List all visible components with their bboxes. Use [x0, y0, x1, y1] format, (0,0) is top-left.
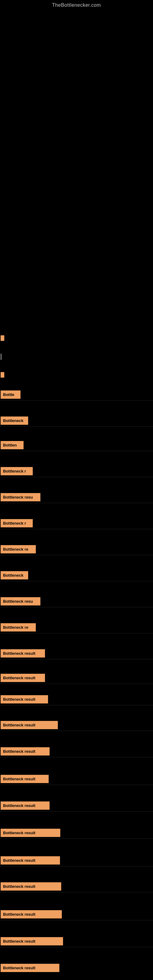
bottleneck-badge: Bottleneck result: [1, 937, 63, 945]
divider: [0, 400, 153, 401]
list-item: Bottleneck result: [1, 856, 60, 866]
bottleneck-badge: Bottlen: [1, 441, 24, 449]
bottleneck-badge: Bottleneck resu: [1, 597, 40, 605]
divider: [0, 684, 153, 684]
bottleneck-badge: Bottleneck result: [1, 649, 45, 657]
line-marker: [1, 354, 2, 360]
bottleneck-badge: Bottleneck result: [1, 964, 59, 972]
section-marker: [1, 335, 4, 341]
divider: [0, 757, 153, 757]
bottleneck-badge: Bottleneck result: [1, 829, 60, 837]
list-item: Bottleneck result: [1, 695, 48, 705]
list-item: Bottle: [1, 390, 21, 400]
list-item: Bottleneck result: [1, 747, 49, 757]
divider: [0, 477, 153, 477]
bottleneck-badge: Bottleneck: [1, 417, 28, 425]
bottleneck-badge: Bottleneck result: [1, 882, 61, 891]
list-item: Bottleneck result: [1, 910, 62, 920]
list-item: Bottleneck result: [1, 674, 45, 683]
bottleneck-badge: Bottle: [1, 390, 21, 399]
divider: [0, 811, 153, 811]
divider: [0, 581, 153, 581]
list-item: Bottleneck r: [1, 467, 33, 477]
divider: [0, 503, 153, 503]
list-item: Bottleneck: [1, 417, 28, 426]
list-item: Bottleneck r: [1, 519, 33, 528]
list-item: Bottleneck result: [1, 829, 60, 838]
bottleneck-badge: Bottleneck result: [1, 802, 49, 810]
bottleneck-badge: Bottleneck result: [1, 747, 49, 756]
divider: [0, 838, 153, 839]
divider: [0, 784, 153, 785]
section-marker: [1, 372, 4, 378]
list-item: Bottleneck result: [1, 964, 59, 973]
divider: [0, 529, 153, 529]
list-item: Bottleneck resu: [1, 493, 40, 503]
list-item: Bottleneck re: [1, 623, 36, 633]
divider: [0, 947, 153, 947]
bottleneck-badge: Bottleneck: [1, 571, 28, 579]
bottleneck-badge: Bottleneck resu: [1, 493, 40, 501]
divider: [0, 705, 153, 705]
bottleneck-badge: Bottleneck r: [1, 519, 33, 527]
bottleneck-badge: Bottleneck r: [1, 467, 33, 475]
list-item: Bottleneck: [1, 571, 28, 581]
list-item: Bottleneck re: [1, 545, 36, 555]
bottleneck-badge: Bottleneck result: [1, 856, 60, 865]
list-item: Bottleneck result: [1, 802, 49, 811]
divider: [0, 892, 153, 892]
bottleneck-badge: Bottleneck result: [1, 674, 45, 682]
list-item: Bottleneck result: [1, 649, 45, 659]
divider: [0, 451, 153, 451]
list-item: Bottlen: [1, 441, 24, 450]
bottleneck-badge: Bottleneck result: [1, 695, 48, 703]
bottleneck-badge: Bottleneck re: [1, 623, 36, 632]
list-item: Bottleneck result: [1, 882, 61, 892]
bottleneck-badge: Bottleneck re: [1, 545, 36, 554]
list-item: Bottleneck result: [1, 721, 58, 730]
list-item: Bottleneck result: [1, 775, 49, 784]
divider: [0, 659, 153, 659]
bottleneck-badge: Bottleneck result: [1, 910, 62, 918]
list-item: Bottleneck result: [1, 937, 63, 947]
bottleneck-badge: Bottleneck result: [1, 721, 58, 729]
divider: [0, 633, 153, 633]
site-title: TheBottlenecker.com: [0, 0, 153, 8]
divider: [0, 731, 153, 731]
divider: [0, 920, 153, 920]
bottleneck-badge: Bottleneck result: [1, 775, 49, 783]
list-item: Bottleneck resu: [1, 597, 40, 607]
